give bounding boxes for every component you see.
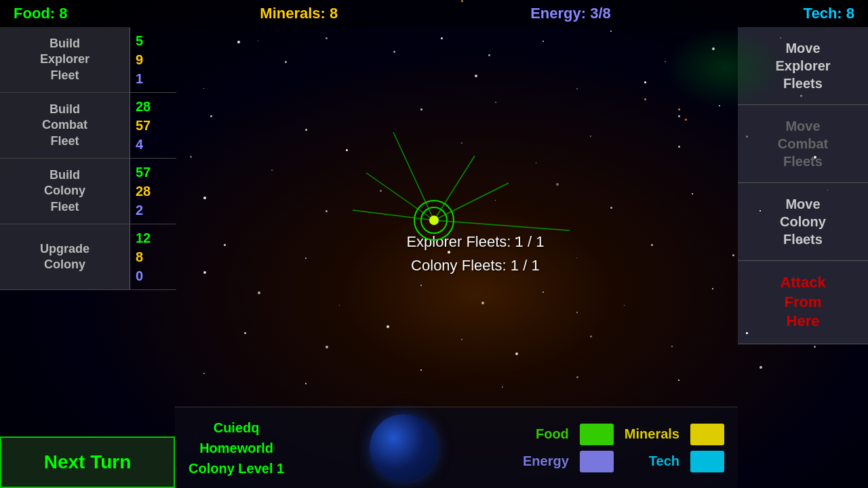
build-colony-row: BuildColonyFleet 57 28 2 bbox=[0, 159, 176, 224]
move-combat-fleets-button[interactable]: MoveCombatFleets bbox=[738, 105, 868, 183]
upgrade-colony-row: UpgradeColony 12 8 0 bbox=[0, 224, 176, 290]
build-combat-row: BuildCombatFleet 28 57 4 bbox=[0, 93, 176, 159]
upgrade-colony-button[interactable]: UpgradeColony bbox=[0, 224, 130, 289]
left-sidebar: BuildExplorerFleet 5 9 1 BuildCombatFlee… bbox=[0, 27, 176, 488]
build-combat-costs: 28 57 4 bbox=[130, 93, 171, 158]
colony-energy-cost: 2 bbox=[136, 201, 143, 220]
combat-food-cost: 28 bbox=[136, 97, 151, 116]
colony-mineral-cost: 28 bbox=[136, 182, 151, 201]
build-explorer-row: BuildExplorerFleet 5 9 1 bbox=[0, 27, 176, 93]
build-explorer-costs: 5 9 1 bbox=[130, 27, 171, 92]
build-colony-costs: 57 28 2 bbox=[130, 159, 171, 224]
upgrade-energy-cost: 0 bbox=[136, 266, 143, 285]
explorer-food-cost: 5 bbox=[136, 31, 143, 50]
next-turn-button[interactable]: Next Turn bbox=[0, 436, 175, 488]
build-combat-fleet-button[interactable]: BuildCombatFleet bbox=[0, 93, 130, 158]
explorer-mineral-cost: 9 bbox=[136, 50, 143, 69]
colony-food-cost: 57 bbox=[136, 163, 151, 182]
combat-mineral-cost: 57 bbox=[136, 116, 151, 135]
attack-from-here-button[interactable]: AttackFromHere bbox=[738, 261, 868, 344]
upgrade-food-cost: 12 bbox=[136, 228, 151, 247]
upgrade-colony-costs: 12 8 0 bbox=[130, 224, 171, 289]
build-explorer-fleet-button[interactable]: BuildExplorerFleet bbox=[0, 27, 130, 92]
move-colony-fleets-button[interactable]: MoveColonyFleets bbox=[738, 183, 868, 261]
combat-energy-cost: 4 bbox=[136, 135, 143, 154]
upgrade-mineral-cost: 8 bbox=[136, 247, 143, 266]
explorer-energy-cost: 1 bbox=[136, 69, 143, 88]
build-colony-fleet-button[interactable]: BuildColonyFleet bbox=[0, 159, 130, 224]
